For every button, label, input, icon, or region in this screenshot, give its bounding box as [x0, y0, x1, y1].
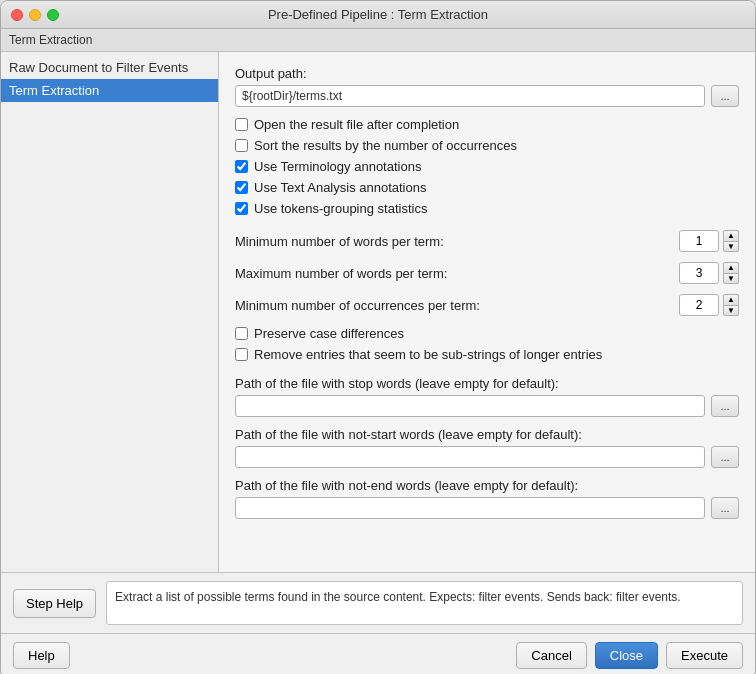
sort-results-label: Sort the results by the number of occurr… [254, 138, 517, 153]
open-result-label: Open the result file after completion [254, 117, 459, 132]
cancel-button[interactable]: Cancel [516, 642, 586, 669]
help-button[interactable]: Help [13, 642, 70, 669]
max-words-control: ▲ ▼ [679, 262, 739, 284]
max-words-up-arrow[interactable]: ▲ [723, 262, 739, 273]
not-end-words-browse-button[interactable]: ... [711, 497, 739, 519]
panel-header: Term Extraction [1, 29, 755, 52]
not-start-words-label: Path of the file with not-start words (l… [235, 427, 739, 442]
help-text: Extract a list of possible terms found i… [106, 581, 743, 625]
bottom-area: Step Help Extract a list of possible ter… [1, 572, 755, 674]
spinner-max-words: Maximum number of words per term: ▲ ▼ [235, 262, 739, 284]
preserve-case-label: Preserve case differences [254, 326, 404, 341]
not-end-words-row: ... [235, 497, 739, 519]
output-path-label: Output path: [235, 66, 739, 81]
spinner-min-occurrences: Minimum number of occurrences per term: … [235, 294, 739, 316]
not-end-words-group: Path of the file with not-end words (lea… [235, 478, 739, 519]
min-occurrences-down-arrow[interactable]: ▼ [723, 305, 739, 316]
close-window-button[interactable] [11, 9, 23, 21]
min-words-control: ▲ ▼ [679, 230, 739, 252]
not-start-words-row: ... [235, 446, 739, 468]
remove-substrings-checkbox[interactable] [235, 348, 248, 361]
not-end-words-input[interactable] [235, 497, 705, 519]
not-start-words-browse-button[interactable]: ... [711, 446, 739, 468]
stop-words-row: ... [235, 395, 739, 417]
not-start-words-input[interactable] [235, 446, 705, 468]
panel-header-label: Term Extraction [9, 33, 92, 47]
output-path-group: Output path: ... [235, 66, 739, 107]
form-panel: Output path: ... Open the result file af… [219, 52, 755, 572]
checkbox-open-result: Open the result file after completion [235, 117, 739, 132]
output-path-input[interactable] [235, 85, 705, 107]
min-words-label: Minimum number of words per term: [235, 234, 679, 249]
remove-substrings-label: Remove entries that seem to be sub-strin… [254, 347, 602, 362]
checkbox-preserve-case: Preserve case differences [235, 326, 739, 341]
action-bar: Help Cancel Close Execute [1, 633, 755, 674]
checkbox-text-analysis: Use Text Analysis annotations [235, 180, 739, 195]
terminology-annotations-label: Use Terminology annotations [254, 159, 421, 174]
min-occurrences-label: Minimum number of occurrences per term: [235, 298, 679, 313]
text-analysis-label: Use Text Analysis annotations [254, 180, 426, 195]
checkbox-tokens-grouping: Use tokens-grouping statistics [235, 201, 739, 216]
terminology-annotations-checkbox[interactable] [235, 160, 248, 173]
spinner-min-words: Minimum number of words per term: ▲ ▼ [235, 230, 739, 252]
maximize-window-button[interactable] [47, 9, 59, 21]
tokens-grouping-checkbox[interactable] [235, 202, 248, 215]
min-occurrences-arrows: ▲ ▼ [723, 294, 739, 316]
titlebar: Pre-Defined Pipeline : Term Extraction [1, 1, 755, 29]
checkbox-remove-substrings: Remove entries that seem to be sub-strin… [235, 347, 739, 362]
step-help-button[interactable]: Step Help [13, 589, 96, 618]
text-analysis-checkbox[interactable] [235, 181, 248, 194]
min-words-down-arrow[interactable]: ▼ [723, 241, 739, 252]
min-occurrences-input[interactable] [679, 294, 719, 316]
stop-words-label: Path of the file with stop words (leave … [235, 376, 739, 391]
sidebar-item-raw-document[interactable]: Raw Document to Filter Events [1, 56, 218, 79]
stop-words-input[interactable] [235, 395, 705, 417]
main-window: Pre-Defined Pipeline : Term Extraction T… [0, 0, 756, 674]
window-title: Pre-Defined Pipeline : Term Extraction [268, 7, 488, 22]
max-words-label: Maximum number of words per term: [235, 266, 679, 281]
max-words-input[interactable] [679, 262, 719, 284]
min-words-arrows: ▲ ▼ [723, 230, 739, 252]
close-button[interactable]: Close [595, 642, 658, 669]
sidebar: Raw Document to Filter Events Term Extra… [1, 52, 219, 572]
output-path-row: ... [235, 85, 739, 107]
window-controls [11, 9, 59, 21]
not-end-words-label: Path of the file with not-end words (lea… [235, 478, 739, 493]
min-words-up-arrow[interactable]: ▲ [723, 230, 739, 241]
max-words-arrows: ▲ ▼ [723, 262, 739, 284]
open-result-checkbox[interactable] [235, 118, 248, 131]
main-split: Raw Document to Filter Events Term Extra… [1, 52, 755, 572]
checkbox-sort-results: Sort the results by the number of occurr… [235, 138, 739, 153]
not-start-words-group: Path of the file with not-start words (l… [235, 427, 739, 468]
max-words-down-arrow[interactable]: ▼ [723, 273, 739, 284]
min-words-input[interactable] [679, 230, 719, 252]
min-occurrences-control: ▲ ▼ [679, 294, 739, 316]
content-area: Term Extraction Raw Document to Filter E… [1, 29, 755, 674]
preserve-case-checkbox[interactable] [235, 327, 248, 340]
min-occurrences-up-arrow[interactable]: ▲ [723, 294, 739, 305]
stop-words-group: Path of the file with stop words (leave … [235, 376, 739, 417]
tokens-grouping-label: Use tokens-grouping statistics [254, 201, 427, 216]
minimize-window-button[interactable] [29, 9, 41, 21]
execute-button[interactable]: Execute [666, 642, 743, 669]
stop-words-browse-button[interactable]: ... [711, 395, 739, 417]
sidebar-item-term-extraction[interactable]: Term Extraction [1, 79, 218, 102]
help-bar: Step Help Extract a list of possible ter… [1, 573, 755, 633]
checkbox-terminology-annotations: Use Terminology annotations [235, 159, 739, 174]
sort-results-checkbox[interactable] [235, 139, 248, 152]
output-path-browse-button[interactable]: ... [711, 85, 739, 107]
